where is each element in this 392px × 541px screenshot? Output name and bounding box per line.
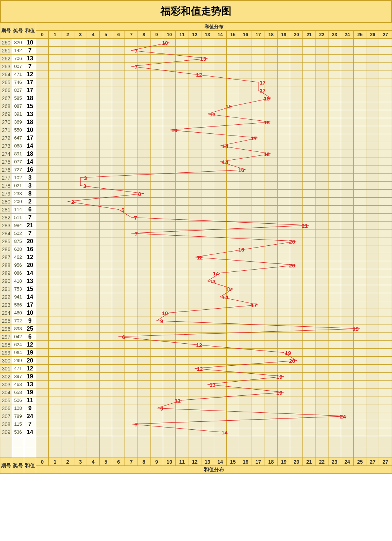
dist-cell xyxy=(315,198,328,206)
dist-cell xyxy=(290,110,303,118)
dist-cell xyxy=(379,55,392,63)
dist-cell xyxy=(138,365,150,373)
dist-cell xyxy=(188,142,201,150)
dist-cell xyxy=(277,214,290,222)
dist-cell xyxy=(36,365,49,373)
dist-cell xyxy=(214,341,226,349)
dist-cell xyxy=(239,341,252,349)
header-dist: 和值分布 xyxy=(36,23,392,31)
dist-cell xyxy=(290,70,303,78)
dist-cell xyxy=(252,174,265,182)
dist-cell xyxy=(100,47,112,55)
dist-cell xyxy=(366,39,379,47)
dist-cell xyxy=(61,301,74,309)
dist-cell xyxy=(36,47,49,55)
dist-cell xyxy=(138,118,150,126)
dist-cell xyxy=(36,222,49,229)
award-cell: 727 xyxy=(12,166,24,174)
dist-cell xyxy=(227,245,239,253)
dist-cell xyxy=(163,428,176,436)
dist-cell xyxy=(354,126,366,134)
header-award: 奖号 xyxy=(12,23,24,39)
dist-cell xyxy=(112,142,125,150)
dist-cell xyxy=(277,47,290,55)
dist-cell xyxy=(354,333,366,341)
dist-cell xyxy=(176,55,188,63)
sum-cell: 13 xyxy=(24,110,36,118)
dist-cell xyxy=(36,229,49,237)
dist-cell xyxy=(214,404,226,412)
dist-cell xyxy=(252,349,265,357)
sum-cell: 17 xyxy=(24,301,36,309)
dist-cell xyxy=(227,198,239,206)
dist-cell xyxy=(303,55,315,63)
dist-cell xyxy=(303,428,315,436)
dist-cell xyxy=(379,309,392,317)
dist-cell xyxy=(74,333,87,341)
period-cell: 284 xyxy=(0,229,12,237)
dist-cell xyxy=(36,174,49,182)
dist-cell xyxy=(239,428,252,436)
table-row: 29356617 xyxy=(0,301,392,309)
dist-cell xyxy=(74,39,87,47)
dist-cell xyxy=(163,94,176,102)
dist-cell xyxy=(138,285,150,293)
dist-cell xyxy=(290,118,303,126)
dist-cell xyxy=(341,269,353,277)
dist-cell xyxy=(341,158,353,166)
dist-cell xyxy=(163,63,176,70)
dist-cell xyxy=(188,94,201,102)
table-row: 26574617 xyxy=(0,78,392,86)
dist-cell xyxy=(328,63,341,70)
dist-cell xyxy=(150,253,163,261)
dist-cell xyxy=(315,142,328,150)
table-row: 30346313 xyxy=(0,381,392,388)
dist-cell xyxy=(277,373,290,381)
dist-cell xyxy=(252,396,265,404)
dist-cell xyxy=(328,428,341,436)
dist-header-cell: 4 xyxy=(87,31,99,39)
dist-cell xyxy=(239,373,252,381)
dist-cell xyxy=(176,47,188,55)
dist-cell xyxy=(277,245,290,253)
dist-cell xyxy=(112,222,125,229)
dist-cell xyxy=(36,357,49,365)
dist-cell xyxy=(49,428,61,436)
dist-cell xyxy=(36,420,49,428)
dist-cell xyxy=(61,388,74,396)
dist-cell xyxy=(74,261,87,269)
dist-cell xyxy=(74,341,87,349)
dist-cell xyxy=(36,381,49,388)
dist-cell xyxy=(100,166,112,174)
dist-cell xyxy=(354,182,366,190)
dist-cell xyxy=(252,309,265,317)
award-cell: 471 xyxy=(12,70,24,78)
dist-cell xyxy=(354,325,366,333)
dist-cell xyxy=(366,63,379,70)
dist-cell xyxy=(125,245,138,253)
dist-cell xyxy=(277,301,290,309)
dist-cell xyxy=(239,269,252,277)
dist-cell xyxy=(138,55,150,63)
dist-cell xyxy=(100,206,112,214)
dist-cell xyxy=(150,381,163,388)
dist-cell xyxy=(125,412,138,420)
dist-cell xyxy=(328,70,341,78)
table-row: 30465819 xyxy=(0,388,392,396)
dist-cell xyxy=(277,126,290,134)
dist-cell xyxy=(239,206,252,214)
dist-cell xyxy=(163,174,176,182)
dist-cell xyxy=(239,198,252,206)
period-cell: 261 xyxy=(0,47,12,55)
dist-cell xyxy=(100,198,112,206)
dist-cell xyxy=(265,150,277,158)
dist-cell xyxy=(315,126,328,134)
dist-cell xyxy=(341,381,353,388)
dist-cell xyxy=(239,301,252,309)
dist-cell xyxy=(36,301,49,309)
dist-cell xyxy=(74,420,87,428)
footer-dist-cell: 7 xyxy=(125,458,138,466)
dist-cell xyxy=(36,150,49,158)
dist-cell xyxy=(176,190,188,198)
dist-cell xyxy=(239,309,252,317)
